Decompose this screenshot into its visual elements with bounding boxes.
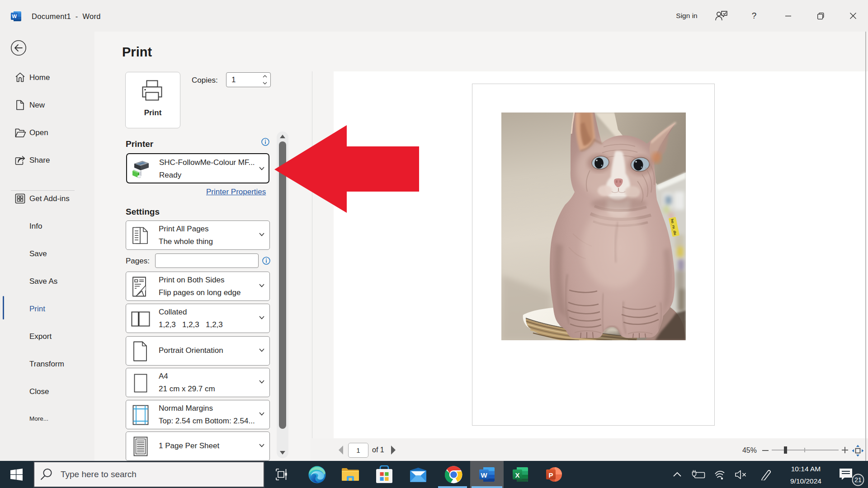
svg-text:W: W (481, 471, 487, 479)
svg-text:X: X (515, 471, 519, 479)
svg-text:21: 21 (854, 476, 862, 483)
svg-text:W: W (12, 14, 17, 19)
svg-text:P: P (548, 471, 553, 479)
